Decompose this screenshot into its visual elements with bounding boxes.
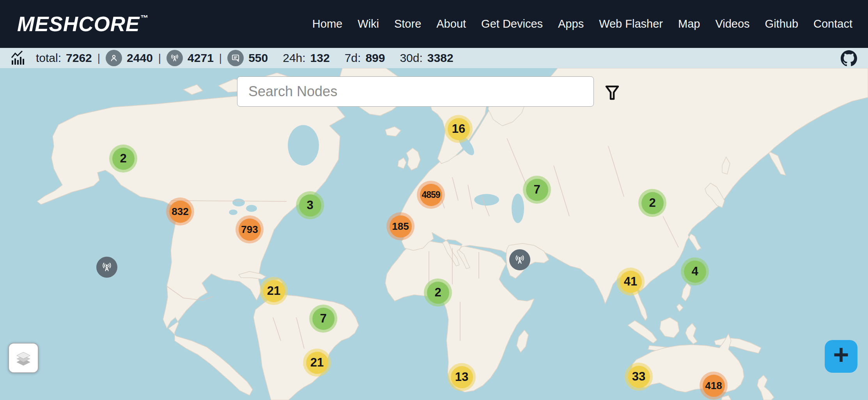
person-icon — [109, 53, 119, 63]
cluster-count: 2 — [427, 282, 449, 304]
cluster-marker-green[interactable]: 4 — [681, 257, 709, 285]
stats-bar: total: 7262 | 2440 | 4271 | — [0, 48, 868, 68]
cluster-marker-green[interactable]: 7 — [309, 305, 337, 333]
nav-link-apps[interactable]: Apps — [558, 18, 584, 30]
github-icon — [841, 50, 857, 66]
24h-value: 132 — [310, 51, 330, 65]
chart-icon — [10, 50, 26, 66]
add-node-button[interactable]: + — [825, 340, 857, 373]
companions-value: 2440 — [127, 51, 153, 65]
cluster-marker-yellow[interactable]: 21 — [303, 349, 331, 377]
cluster-count: 793 — [239, 219, 261, 241]
cluster-marker-green[interactable]: 2 — [638, 189, 666, 217]
room-badge — [227, 50, 244, 66]
24h-label: 24h: — [283, 51, 305, 65]
layers-control-button[interactable] — [8, 343, 39, 373]
cluster-marker-green[interactable]: 7 — [523, 176, 551, 204]
nav-link-web-flasher[interactable]: Web Flasher — [599, 18, 663, 30]
antenna-icon — [514, 254, 526, 266]
cluster-marker-yellow[interactable]: 41 — [616, 268, 645, 296]
layers-icon — [14, 348, 33, 368]
cluster-marker-green[interactable]: 2 — [109, 144, 137, 173]
cluster-marker-yellow[interactable]: 33 — [625, 363, 653, 391]
cluster-count: 2 — [641, 192, 664, 214]
map-container[interactable]: 16272348598327931852124147211333418 + — [0, 68, 868, 400]
nav-link-about[interactable]: About — [436, 18, 466, 30]
meshcore-map-page: MESHCORE ™ HomeWikiStoreAboutGet Devices… — [0, 0, 868, 400]
cluster-count: 33 — [628, 366, 650, 388]
separator: | — [158, 52, 161, 64]
nav-link-store[interactable]: Store — [394, 18, 421, 30]
total-value: 7262 — [66, 51, 92, 65]
cluster-marker-green[interactable]: 2 — [424, 278, 452, 307]
nav-link-github[interactable]: Github — [765, 18, 798, 30]
node-marker[interactable] — [96, 257, 117, 278]
nav-link-home[interactable]: Home — [312, 18, 342, 30]
cluster-count: 418 — [703, 375, 725, 397]
separator: | — [97, 52, 100, 64]
cluster-count: 7 — [526, 179, 548, 201]
cluster-count: 832 — [169, 201, 191, 223]
antenna-icon — [101, 261, 113, 273]
separator: | — [219, 52, 222, 64]
cluster-marker-yellow[interactable]: 13 — [448, 363, 476, 391]
nav-link-map[interactable]: Map — [678, 18, 700, 30]
navbar: MESHCORE ™ HomeWikiStoreAboutGet Devices… — [0, 0, 868, 48]
7d-label: 7d: — [345, 51, 361, 65]
cluster-marker-orange[interactable]: 793 — [236, 215, 264, 243]
cluster-marker-orange[interactable]: 185 — [386, 212, 415, 240]
cluster-count: 13 — [451, 366, 473, 388]
cluster-count: 16 — [448, 118, 470, 140]
rooms-value: 550 — [248, 51, 268, 65]
github-link[interactable] — [841, 50, 857, 66]
antenna-icon — [170, 53, 180, 63]
7d-value: 899 — [365, 51, 385, 65]
30d-label: 30d: — [400, 51, 422, 65]
companion-badge — [106, 50, 122, 66]
cluster-count: 21 — [263, 280, 285, 302]
cluster-count: 41 — [620, 271, 642, 293]
nav-link-videos[interactable]: Videos — [715, 18, 749, 30]
brand-logo[interactable]: MESHCORE ™ — [17, 12, 149, 36]
cluster-count: 185 — [390, 215, 412, 238]
cluster-marker-orange[interactable]: 4859 — [417, 181, 445, 209]
nav-link-contact[interactable]: Contact — [813, 18, 852, 30]
cluster-count: 4 — [684, 261, 706, 283]
filter-button[interactable] — [602, 82, 623, 103]
filter-icon — [603, 83, 622, 102]
brand-text: MESHCORE — [17, 12, 140, 36]
repeater-badge — [167, 50, 183, 66]
node-marker[interactable] — [509, 249, 530, 270]
world-map — [0, 68, 868, 400]
search-input[interactable] — [237, 76, 594, 107]
nav-link-get-devices[interactable]: Get Devices — [481, 18, 543, 30]
cluster-count: 21 — [306, 352, 328, 374]
cluster-count: 4859 — [420, 184, 442, 206]
cluster-marker-yellow[interactable]: 21 — [260, 277, 288, 305]
chat-icon — [230, 53, 241, 63]
repeaters-value: 4271 — [188, 51, 214, 65]
nav-links: HomeWikiStoreAboutGet DevicesAppsWeb Fla… — [312, 18, 852, 30]
cluster-count: 7 — [312, 308, 335, 330]
trademark-symbol: ™ — [140, 14, 149, 23]
cluster-count: 2 — [112, 148, 135, 170]
cluster-count: 3 — [299, 194, 321, 217]
cluster-marker-orange[interactable]: 832 — [166, 197, 194, 226]
cluster-marker-yellow[interactable]: 16 — [445, 115, 473, 143]
total-label: total: — [36, 51, 61, 65]
nav-link-wiki[interactable]: Wiki — [358, 18, 379, 30]
cluster-marker-green[interactable]: 3 — [296, 191, 324, 219]
cluster-marker-orange[interactable]: 418 — [700, 372, 728, 400]
30d-value: 3382 — [427, 51, 453, 65]
